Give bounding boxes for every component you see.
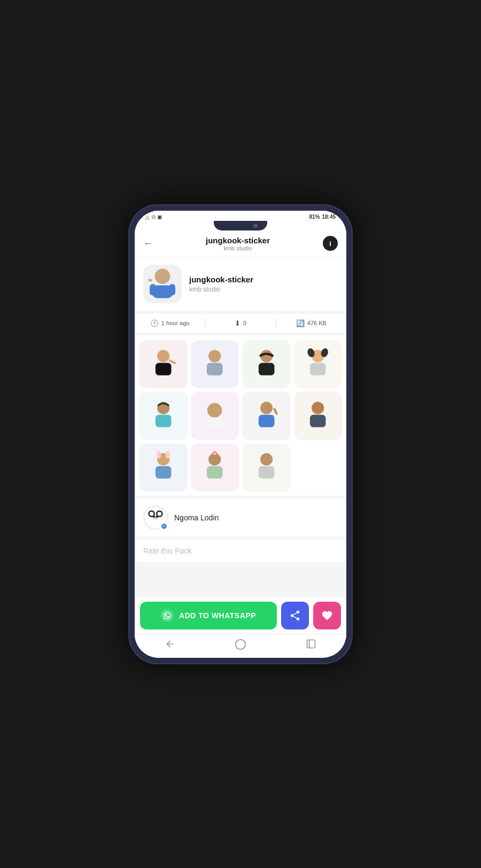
add-whatsapp-label: ADD TO WHATSAPP <box>179 611 256 620</box>
pack-details: jungkook-sticker kmb studio <box>189 275 253 293</box>
svg-rect-34 <box>258 466 274 479</box>
svg-rect-4 <box>149 279 152 281</box>
content-area[interactable]: jungkook-sticker kmb studio 🕐 1 hour ago… <box>135 257 346 597</box>
svg-rect-2 <box>150 284 156 296</box>
sticker-1[interactable] <box>139 340 188 389</box>
nav-bar <box>135 634 346 658</box>
pack-avatar <box>143 265 182 303</box>
svg-point-40 <box>158 512 161 516</box>
sticker-2[interactable] <box>191 340 239 389</box>
svg-point-10 <box>260 350 273 362</box>
sticker-5[interactable] <box>139 391 188 440</box>
share-button[interactable] <box>281 602 309 629</box>
nav-back[interactable] <box>165 639 175 650</box>
svg-point-28 <box>165 451 169 459</box>
svg-point-23 <box>312 402 324 414</box>
svg-point-21 <box>260 402 273 414</box>
svg-rect-19 <box>207 417 223 428</box>
status-icons: △ ⊙ ▣ <box>145 214 162 220</box>
svg-rect-3 <box>169 284 175 296</box>
app-header: ← jungkook-sticker kmb studio i <box>135 231 346 257</box>
download-icon: ⬇ <box>235 319 241 327</box>
svg-point-9 <box>211 353 218 360</box>
user-row: Ngoma Lodin <box>135 499 346 536</box>
header-subtitle: kmb studio <box>153 245 323 251</box>
sticker-empty <box>294 443 343 492</box>
sticker-6[interactable] <box>191 391 239 440</box>
notch-bar <box>214 221 267 231</box>
header-center: jungkook-sticker kmb studio <box>153 236 323 251</box>
notch <box>135 221 346 231</box>
verified-badge <box>160 523 168 530</box>
svg-rect-6 <box>155 363 171 375</box>
svg-point-33 <box>260 453 273 465</box>
svg-point-45 <box>236 639 245 649</box>
phone-screen: △ ⊙ ▣ 81% 18:45 ← jungkook-sticker kmb s… <box>135 211 346 658</box>
camera-dot <box>253 224 258 228</box>
svg-point-39 <box>150 512 153 516</box>
svg-rect-8 <box>207 363 223 375</box>
header-title: jungkook-sticker <box>153 236 323 245</box>
sticker-8[interactable] <box>294 391 343 440</box>
clock: 18:45 <box>322 214 336 220</box>
svg-point-32 <box>214 452 216 455</box>
svg-point-27 <box>157 451 161 459</box>
phone-frame: △ ⊙ ▣ 81% 18:45 ← jungkook-sticker kmb s… <box>128 204 353 664</box>
sticker-grid <box>135 336 346 496</box>
size-value: 476 KB <box>307 320 327 326</box>
rate-section: Rate this Pack <box>135 540 346 562</box>
favorite-button[interactable] <box>313 602 341 629</box>
sticker-4[interactable] <box>294 340 343 389</box>
sticker-9[interactable] <box>139 443 188 492</box>
svg-rect-17 <box>155 414 171 427</box>
svg-point-43 <box>156 516 158 518</box>
pack-name: jungkook-sticker <box>189 275 253 284</box>
add-to-whatsapp-button[interactable]: ADD TO WHATSAPP <box>140 602 277 629</box>
svg-rect-13 <box>310 363 326 375</box>
svg-rect-46 <box>307 640 315 648</box>
pack-author: kmb studio <box>189 286 253 293</box>
download-count: 0 <box>243 320 246 326</box>
user-avatar <box>143 505 168 530</box>
svg-rect-22 <box>258 414 274 427</box>
svg-point-42 <box>153 516 156 518</box>
notification-icons: △ ⊙ ▣ <box>145 214 162 220</box>
sticker-10[interactable] <box>191 443 239 492</box>
time-value: 1 hour ago <box>161 320 190 326</box>
clock-icon: 🕐 <box>150 319 159 327</box>
meta-size: 🔄 476 KB <box>276 319 346 327</box>
svg-point-0 <box>155 268 170 284</box>
meta-downloads: ⬇ 0 <box>205 319 275 327</box>
info-button[interactable]: i <box>323 236 338 251</box>
back-button[interactable]: ← <box>143 238 153 249</box>
sticker-pack-info: jungkook-sticker kmb studio <box>135 257 346 311</box>
meta-time: 🕐 1 hour ago <box>135 319 205 327</box>
size-icon: 🔄 <box>296 319 305 327</box>
svg-rect-24 <box>310 414 326 427</box>
rate-label: Rate this Pack <box>143 547 191 555</box>
meta-bar: 🕐 1 hour ago ⬇ 0 🔄 476 KB <box>135 314 346 333</box>
svg-rect-11 <box>258 363 274 375</box>
sticker-3[interactable] <box>242 340 291 389</box>
battery-level: 81% <box>309 214 320 220</box>
whatsapp-icon <box>161 609 174 622</box>
svg-point-44 <box>153 518 157 520</box>
sticker-7[interactable] <box>242 391 291 440</box>
svg-rect-26 <box>155 466 171 479</box>
sticker-11[interactable] <box>242 443 291 492</box>
status-right: 81% 18:45 <box>309 214 336 220</box>
bottom-bar: ADD TO WHATSAPP <box>135 597 346 634</box>
nav-home[interactable] <box>235 639 246 650</box>
svg-rect-30 <box>207 466 223 479</box>
svg-point-5 <box>157 350 169 362</box>
user-name: Ngoma Lodin <box>174 513 219 522</box>
nav-recent[interactable] <box>306 639 316 650</box>
svg-point-20 <box>211 406 219 414</box>
